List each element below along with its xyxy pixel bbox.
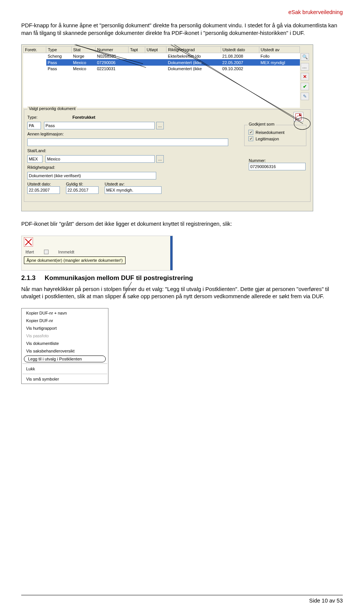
col-tapt[interactable]: Tapt [128,47,145,53]
nummer-block: Nummer: [249,158,306,170]
menu-item-legg-til-utvalg[interactable]: Legg til i utvalg i Postklienten [24,356,106,362]
legitimasjon-label: Legitimasjon [256,137,279,141]
col-utstedt-dato[interactable]: Utstedt dato [221,47,259,53]
section-heading: 2.1.3Kommunikasjon mellom DUF til postre… [21,274,343,282]
more-icon[interactable]: … [301,63,309,71]
riktighet-field[interactable] [27,172,156,179]
gyldig-field[interactable] [66,186,99,194]
edit-icon[interactable]: ✎ [301,93,309,100]
nummer-label: Nummer: [249,158,306,163]
godkjent-som-panel: Godkjent som ✔ Reisedokument ✔ Legitimas… [244,125,306,146]
utstedt-dato-field[interactable] [27,186,60,194]
check-icon[interactable]: ✔ [301,83,309,90]
blue-bar [170,236,173,270]
screenshot-pdf-grey: Itført Innmeldt Åpne dokument(er) (mangl… [21,236,173,271]
foretrukket-label: Foretrukket [72,115,96,120]
annen-label: Annen legitimasjon: [27,132,64,136]
paragraph-3: Når man høyreklikker på person i stolpen… [21,286,343,300]
menu-item-kopier-dufnr[interactable]: Kopier DUF-nr [22,317,108,324]
menu-item-kopier-dufnr-navn[interactable]: Kopier DUF-nr + navn [22,309,108,317]
col-nummer[interactable]: Nummer [96,47,129,53]
paragraph-2: PDF-ikonet blir "grått" dersom det ikke … [21,220,343,228]
delete-icon[interactable]: ✕ [301,73,309,80]
reisedokument-checkbox[interactable]: ✔ [248,130,253,135]
search-icon[interactable]: 🔍 [301,53,309,61]
browse-stat-button[interactable]: … [156,155,164,163]
stat-name-field[interactable] [46,155,155,163]
menu-separator [22,363,107,364]
col-riktighet[interactable]: Riktighetsgrad [166,47,221,53]
gyldig-label: Gyldig til: [66,182,99,186]
col-foretr[interactable]: Foretr. [24,47,46,53]
riktighet-label: Riktighetsgrad: [27,165,55,170]
text-itfort: Itført [25,250,34,254]
menu-item-saksbehandleroversikt[interactable]: Vis saksbehandleroversikt [22,347,108,355]
screenshot-context-menu: Kopier DUF-nr + navn Kopier DUF-nr Vis h… [21,308,108,384]
document-table: Foretr. Type Stat Nummer Tapt Utløpt Rik… [23,46,300,108]
table-row-selected[interactable]: ✔ Pass Mexico 07290006 Dokumentert (ikke… [24,59,300,66]
paragraph-1: PDF-knapp for å kunne åpne et "personlig… [21,22,343,37]
browse-type-button[interactable]: … [156,122,164,129]
col-stat[interactable]: Stat [72,47,96,53]
type-label: Type: [27,115,38,120]
foretrukket-check-icon: ✔ [24,59,46,66]
menu-item-passfoto[interactable]: Vis passfoto [22,332,108,340]
menu-separator [22,374,107,374]
menu-item-hurtigrapport[interactable]: Vis hurtigrapport [22,324,108,332]
page-header-title: eSak brukerveiledning [21,9,343,15]
panel-legend: Valgt personlig dokument [27,106,77,111]
section-title: Kommunikasjon mellom DUF til postregistr… [45,274,193,282]
legitimasjon-checkbox[interactable]: ✔ [248,136,253,141]
table-row[interactable]: Pass Mexico 02210031 Dokumentert (ikke 0… [24,66,300,72]
type-name-field[interactable] [44,122,155,129]
reisedokument-label: Reisedokument [256,130,284,135]
valgt-dokument-panel: Valgt personlig dokument Type: Foretrukk… [24,109,311,202]
annen-legitimasjon-field[interactable] [27,138,228,146]
tooltip-missing-doc: Åpne dokument(er) (mangler arkiverte dok… [24,256,126,264]
pdf-icon[interactable] [293,112,303,122]
stat-code-field[interactable] [27,155,42,163]
text-innmeldt: Innmeldt [58,250,74,254]
menu-item-sma-symboler[interactable]: Vis små symboler [22,375,108,383]
side-toolbar: 🔍 … ✕ ✔ ✎ [301,53,311,102]
utstedt-dato-label: Utstedt dato: [27,182,60,186]
stat-label: Stat/Land: [27,148,46,153]
col-utstedt-av[interactable]: Utstedt av [259,47,300,53]
godkjent-legend: Godkjent som [248,122,276,126]
nummer-field[interactable] [249,163,306,170]
screenshot-duf-doclist: Foretr. Type Stat Nummer Tapt Utløpt Rik… [21,44,313,211]
menu-item-dokumentliste[interactable]: Vis dokumentliste [22,340,108,347]
page-footer: Side 10 av 53 [309,598,343,604]
col-type[interactable]: Type [46,47,72,53]
section-number: 2.1.3 [21,274,36,282]
utstedt-av-field[interactable] [105,186,162,194]
menu-item-lukk[interactable]: Lukk [22,365,108,373]
footer-rule [21,595,343,595]
col-utlopt[interactable]: Utløpt [145,47,166,53]
pdf-icon-disabled [24,238,33,247]
utstedt-av-label: Utstedt av: [105,182,162,186]
type-code-field[interactable] [27,122,41,129]
table-row[interactable]: Scheng Norge N0268331 Ekte/bekreftet (do… [24,53,300,60]
